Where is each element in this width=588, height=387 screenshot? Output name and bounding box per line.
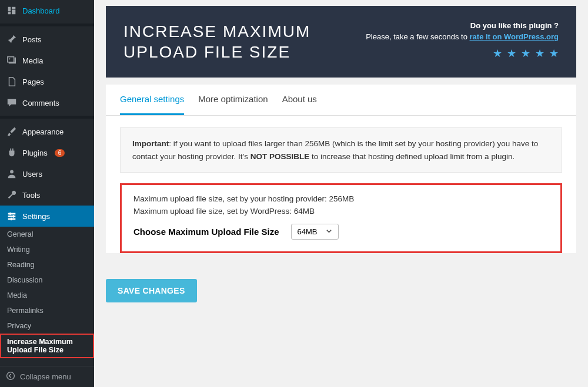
svg-point-1	[10, 170, 14, 174]
notice-important: Important	[132, 139, 169, 148]
sidebar-item-media[interactable]: Media	[0, 50, 94, 71]
notice-text2: to increase that hosting defined upload …	[309, 152, 514, 161]
sidebar-separator	[0, 23, 94, 26]
sidebar-label: Settings	[22, 212, 50, 221]
sidebar-label: Tools	[22, 191, 40, 200]
star-icon[interactable]: ★	[507, 47, 516, 60]
rate-link[interactable]: rate it on WordPress.org	[470, 32, 559, 41]
star-icon[interactable]: ★	[521, 47, 530, 60]
pin-icon	[6, 33, 18, 45]
user-icon	[6, 168, 18, 180]
sidebar-sub-media[interactable]: Media	[0, 288, 94, 303]
sidebar-sub-discussion[interactable]: Discussion	[0, 272, 94, 288]
tab-about-us[interactable]: About us	[282, 85, 317, 115]
page-icon	[6, 76, 18, 88]
sidebar-label: Posts	[22, 35, 42, 44]
sidebar-label: Comments	[22, 99, 59, 107]
media-icon	[6, 55, 18, 66]
sidebar-sub-general[interactable]: General	[0, 227, 94, 242]
main-content: INCREASE MAXIMUM UPLOAD FILE SIZE Do you…	[94, 0, 588, 387]
choose-label: Choose Maximum Upload File Size	[133, 227, 279, 237]
brush-icon	[6, 126, 18, 137]
wp-limit-text: Maximum upload file size, set by WordPre…	[133, 207, 549, 216]
page-title: INCREASE MAXIMUM UPLOAD FILE SIZE	[123, 21, 310, 62]
size-select[interactable]: 64MB	[291, 224, 339, 240]
settings-panel: General settings More optimization About…	[106, 85, 576, 253]
sidebar-item-posts[interactable]: Posts	[0, 29, 94, 50]
svg-rect-3	[8, 216, 16, 217]
update-badge: 6	[55, 149, 65, 157]
chevron-down-icon	[326, 227, 332, 236]
save-changes-button[interactable]: SAVE CHANGES	[106, 279, 197, 302]
comment-icon	[6, 97, 18, 109]
sidebar-label: Media	[22, 56, 43, 65]
important-notice: Important: if you want to upload files l…	[120, 127, 562, 173]
svg-rect-6	[13, 215, 14, 218]
like-text: Do you like this plugin ?	[366, 21, 559, 30]
sidebar-item-plugins[interactable]: Plugins 6	[0, 142, 94, 163]
selected-value: 64MB	[298, 227, 318, 236]
sidebar-sub-privacy[interactable]: Privacy	[0, 318, 94, 334]
sidebar-sub-permalinks[interactable]: Permalinks	[0, 303, 94, 318]
settings-icon	[6, 210, 18, 222]
rate-prefix: Please, take a few seconds to	[366, 32, 469, 41]
admin-sidebar: Dashboard Posts Media Pages Comments App…	[0, 0, 94, 387]
sidebar-sub-writing[interactable]: Writing	[0, 242, 94, 257]
plugin-header: INCREASE MAXIMUM UPLOAD FILE SIZE Do you…	[106, 6, 576, 78]
star-icon[interactable]: ★	[549, 47, 559, 60]
size-chooser: Choose Maximum Upload File Size 64MB	[133, 224, 549, 240]
plugin-icon	[6, 147, 18, 159]
svg-rect-5	[9, 213, 11, 216]
collapse-icon	[6, 371, 15, 382]
rating-prompt: Do you like this plugin ? Please, take a…	[366, 21, 559, 60]
tabs: General settings More optimization About…	[106, 85, 576, 116]
sidebar-item-dashboard[interactable]: Dashboard	[0, 0, 94, 21]
svg-rect-2	[8, 213, 16, 215]
collapse-label: Collapse menu	[20, 372, 71, 381]
dashboard-icon	[6, 5, 18, 16]
sidebar-label: Pages	[22, 78, 44, 86]
sidebar-label: Appearance	[22, 127, 64, 136]
sidebar-sub-reading[interactable]: Reading	[0, 257, 94, 272]
host-limit-text: Maximum upload file size, set by your ho…	[133, 194, 549, 203]
notice-not-possible: NOT POSSIBLE	[250, 152, 310, 161]
svg-rect-7	[11, 218, 12, 221]
upload-size-settings: Maximum upload file size, set by your ho…	[120, 183, 562, 253]
sidebar-label: Users	[22, 170, 42, 179]
sidebar-item-settings[interactable]: Settings	[0, 206, 94, 227]
star-rating[interactable]: ★ ★ ★ ★ ★	[366, 47, 559, 60]
sidebar-item-pages[interactable]: Pages	[0, 71, 94, 92]
sidebar-label: Dashboard	[22, 6, 60, 15]
svg-point-8	[7, 372, 15, 380]
svg-point-0	[9, 58, 10, 59]
star-icon[interactable]: ★	[493, 47, 502, 60]
tab-more-optimization[interactable]: More optimization	[198, 85, 268, 115]
sidebar-sub-increase-max-upload[interactable]: Increase Maximum Upload File Size	[0, 334, 94, 358]
star-icon[interactable]: ★	[535, 47, 544, 60]
tab-general-settings[interactable]: General settings	[120, 85, 184, 115]
sidebar-separator	[0, 116, 94, 119]
sidebar-item-appearance[interactable]: Appearance	[0, 121, 94, 142]
sidebar-label: Plugins	[22, 149, 48, 157]
collapse-menu[interactable]: Collapse menu	[0, 366, 94, 387]
sidebar-item-comments[interactable]: Comments	[0, 92, 94, 113]
sidebar-item-tools[interactable]: Tools	[0, 184, 94, 206]
tools-icon	[6, 189, 18, 201]
sidebar-item-users[interactable]: Users	[0, 163, 94, 184]
